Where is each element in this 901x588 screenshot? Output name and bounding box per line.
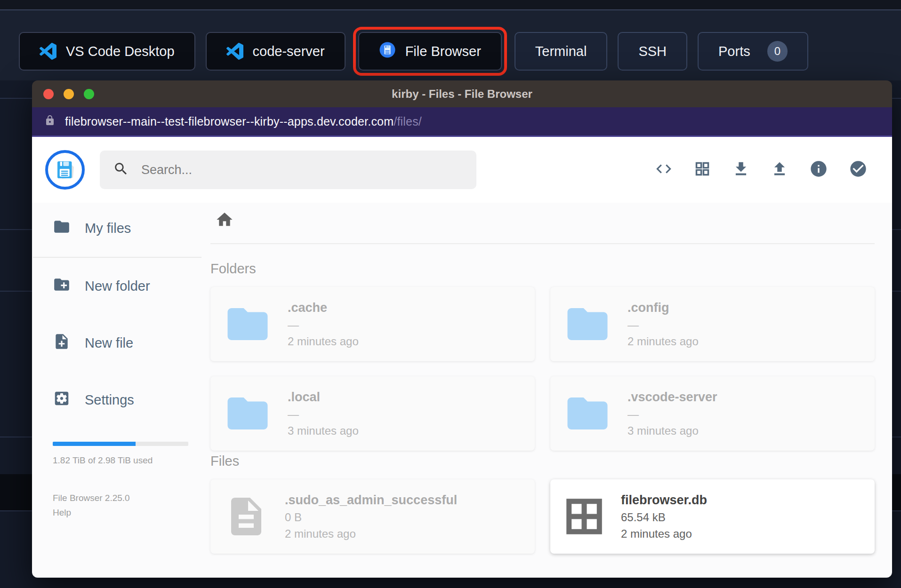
info-icon[interactable] xyxy=(809,159,828,180)
search-box[interactable] xyxy=(100,151,476,189)
floppy-disk-icon xyxy=(54,159,76,181)
section-title-files: Files xyxy=(210,453,875,469)
item-name: .vscode-server xyxy=(627,390,717,405)
storage-usage-text: 1.82 TiB of 2.98 TiB used xyxy=(53,455,182,466)
item-modified: 2 minutes ago xyxy=(621,527,707,540)
sidebar-item-label: Settings xyxy=(85,392,134,408)
section-title-folders: Folders xyxy=(210,261,875,277)
ssh-button[interactable]: SSH xyxy=(618,32,687,71)
item-size: 65.54 kB xyxy=(621,511,707,524)
item-modified: 3 minutes ago xyxy=(288,424,359,437)
database-grid-icon xyxy=(563,496,605,537)
url-text: filebrowser--main--test-filebrowser--kir… xyxy=(65,115,422,128)
terminal-button[interactable]: Terminal xyxy=(515,32,608,71)
search-input[interactable] xyxy=(141,163,463,177)
files-grid: .sudo_as_admin_successful 0 B 2 minutes … xyxy=(210,479,875,554)
folder-icon xyxy=(563,300,611,348)
sidebar-item-new-folder[interactable]: New folder xyxy=(32,270,202,302)
sidebar-item-new-file[interactable]: New file xyxy=(32,327,202,359)
file-browser-icon xyxy=(379,41,396,62)
code-icon[interactable] xyxy=(655,160,673,180)
sidebar-divider xyxy=(33,257,201,258)
vscode-icon xyxy=(40,43,56,60)
folder-card-cache[interactable]: .cache — 2 minutes ago xyxy=(210,287,535,361)
zoom-window-button[interactable] xyxy=(84,89,94,99)
file-browser-label: File Browser xyxy=(405,44,481,59)
folder-card-local[interactable]: .local — 3 minutes ago xyxy=(210,376,535,451)
card-text: .cache — 2 minutes ago xyxy=(288,301,359,348)
storage-progress-fill xyxy=(53,442,136,446)
header-toolbar xyxy=(655,159,879,180)
highlight-ring: File Browser xyxy=(353,27,507,76)
folder-card-config[interactable]: .config — 2 minutes ago xyxy=(550,287,875,361)
filebrowser-app: My files New folder New file xyxy=(32,137,892,578)
folders-grid: .cache — 2 minutes ago .config — 2 minut… xyxy=(210,287,875,451)
card-text: filebrowser.db 65.54 kB 2 minutes ago xyxy=(621,493,707,540)
ssh-label: SSH xyxy=(638,44,667,59)
minimize-window-button[interactable] xyxy=(64,89,74,99)
upload-icon[interactable] xyxy=(771,160,788,180)
lock-icon xyxy=(44,115,56,128)
folder-icon xyxy=(224,300,272,348)
storage-progress-bar xyxy=(53,442,188,446)
card-text: .sudo_as_admin_successful 0 B 2 minutes … xyxy=(285,493,457,540)
terminal-label: Terminal xyxy=(535,44,587,59)
item-size: — xyxy=(288,318,359,332)
listing-divider xyxy=(210,243,875,244)
card-text: .vscode-server — 3 minutes ago xyxy=(627,390,717,437)
item-size: — xyxy=(627,318,699,332)
ports-label: Ports xyxy=(718,44,750,59)
home-icon[interactable] xyxy=(215,210,875,231)
settings-icon xyxy=(53,389,71,411)
folder-icon xyxy=(53,218,71,239)
close-window-button[interactable] xyxy=(43,89,54,99)
card-text: .local — 3 minutes ago xyxy=(288,390,359,437)
sidebar-item-my-files[interactable]: My files xyxy=(32,212,202,245)
address-bar[interactable]: filebrowser--main--test-filebrowser--kir… xyxy=(32,107,892,137)
app-header xyxy=(32,137,892,203)
code-server-button[interactable]: code-server xyxy=(206,32,346,71)
card-text: .config — 2 minutes ago xyxy=(627,301,699,348)
sidebar-item-label: My files xyxy=(85,221,131,236)
vscode-desktop-button[interactable]: VS Code Desktop xyxy=(19,32,195,71)
url-path: /files/ xyxy=(394,115,422,128)
window-title-bar: kirby - Files - File Browser xyxy=(32,80,892,107)
vscode-desktop-label: VS Code Desktop xyxy=(66,44,175,59)
file-icon xyxy=(224,494,269,539)
folder-icon xyxy=(224,389,272,437)
help-link[interactable]: Help xyxy=(53,508,182,518)
check-circle-icon[interactable] xyxy=(849,159,868,180)
sidebar-item-settings[interactable]: Settings xyxy=(32,384,202,416)
browser-window: kirby - Files - File Browser filebrowser… xyxy=(32,80,892,578)
item-modified: 2 minutes ago xyxy=(288,335,359,348)
download-icon[interactable] xyxy=(732,160,750,180)
folder-card-vscode-server[interactable]: .vscode-server — 3 minutes ago xyxy=(550,376,875,451)
grid-view-icon[interactable] xyxy=(693,160,711,180)
ports-count-badge: 0 xyxy=(767,41,788,62)
item-name: .sudo_as_admin_successful xyxy=(285,493,457,508)
item-name: .local xyxy=(288,390,359,405)
breadcrumb xyxy=(210,210,875,231)
file-card-filebrowser-db[interactable]: filebrowser.db 65.54 kB 2 minutes ago xyxy=(550,479,875,554)
app-version: File Browser 2.25.0 xyxy=(53,493,182,503)
app-button-row: VS Code Desktop code-server xyxy=(19,32,808,71)
file-browser-button[interactable]: File Browser xyxy=(358,32,502,71)
traffic-lights xyxy=(43,80,94,107)
filebrowser-logo[interactable] xyxy=(45,150,85,190)
item-name: .config xyxy=(627,301,699,315)
sidebar: My files New folder New file xyxy=(32,203,202,578)
ports-button[interactable]: Ports 0 xyxy=(698,32,808,71)
code-server-label: code-server xyxy=(253,44,325,59)
folder-icon xyxy=(563,389,611,437)
new-file-icon xyxy=(53,333,71,354)
window-title: kirby - Files - File Browser xyxy=(392,87,532,101)
item-size: 0 B xyxy=(285,511,457,524)
item-name: filebrowser.db xyxy=(621,493,707,508)
vscode-icon xyxy=(226,43,243,60)
item-size: — xyxy=(288,408,359,421)
item-modified: 2 minutes ago xyxy=(285,527,457,540)
sidebar-item-label: New folder xyxy=(85,278,150,294)
file-card-sudo-as-admin[interactable]: .sudo_as_admin_successful 0 B 2 minutes … xyxy=(210,479,535,554)
search-icon xyxy=(113,161,129,179)
new-folder-icon xyxy=(53,276,71,297)
